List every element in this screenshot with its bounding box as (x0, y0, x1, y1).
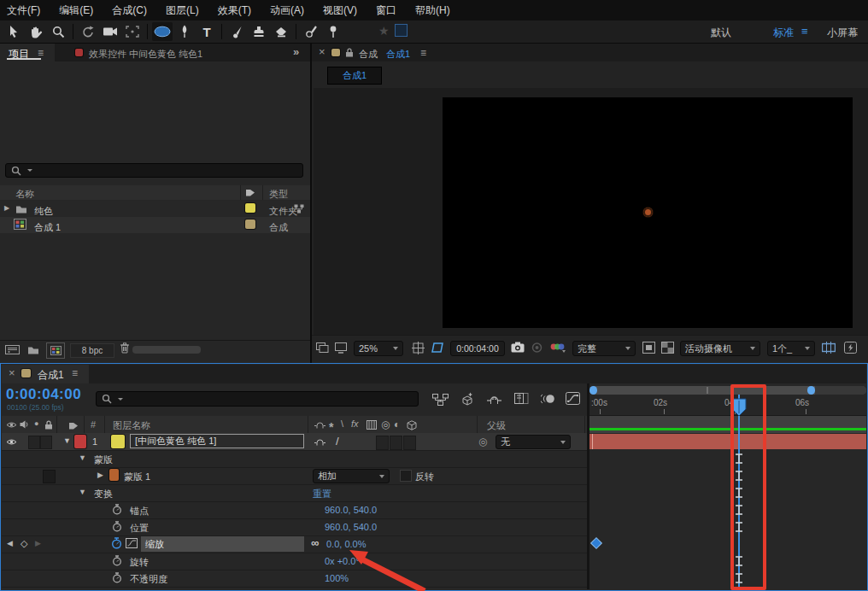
camera-tool-button[interactable] (100, 22, 120, 41)
new-folder-icon[interactable] (27, 345, 39, 354)
rotation-value[interactable]: 0x +0.0° (325, 556, 360, 566)
workspace-menu-icon[interactable]: ≡ (801, 26, 808, 37)
snapshot-icon[interactable] (511, 342, 525, 353)
workspace-default-button[interactable]: 默认 (701, 26, 742, 40)
project-item-name[interactable]: 纯色 (34, 205, 53, 218)
comp-panel-title[interactable]: 合成 (359, 48, 378, 61)
menu-item-edit[interactable]: 编辑(E) (59, 3, 93, 18)
clone-stamp-tool-button[interactable] (249, 22, 269, 41)
layer-in-point[interactable] (592, 434, 593, 449)
delete-icon[interactable] (120, 342, 130, 354)
rotate-tool-button[interactable] (78, 22, 98, 41)
mask-mode-select[interactable]: 相加 (313, 469, 390, 483)
shy-switch-header-icon[interactable] (314, 422, 326, 429)
pixel-aspect-icon[interactable] (822, 342, 836, 354)
frame-blend-icon[interactable] (514, 393, 529, 404)
navigator-handle-left[interactable] (589, 386, 597, 395)
timeline-tab-label[interactable]: 合成1 (38, 368, 64, 383)
workspace-standard-button[interactable]: 标准 (765, 26, 801, 40)
magnification-select[interactable]: 25% (354, 341, 403, 356)
layer-color-swatch[interactable] (111, 435, 125, 448)
mask-color-chip[interactable] (109, 469, 119, 481)
comp-name[interactable]: 合成1 (386, 48, 410, 61)
current-time-display[interactable]: 0:00:04:00 (6, 386, 81, 403)
column-divider[interactable] (584, 416, 585, 433)
comp-viewer-tab[interactable]: 合成1 (327, 67, 382, 85)
menu-item-animation[interactable]: 动画(A) (270, 3, 304, 18)
opacity-value[interactable]: 100% (325, 573, 349, 583)
zoom-tool-button[interactable] (48, 22, 68, 41)
audio-column-icon[interactable] (20, 420, 29, 429)
menu-item-window[interactable]: 窗口 (376, 3, 396, 18)
position-name[interactable]: 位置 (130, 522, 149, 535)
layer-audio-cell[interactable] (28, 436, 40, 449)
always-preview-icon[interactable] (316, 342, 329, 354)
comp-shape-dot[interactable] (643, 208, 653, 217)
project-item-name[interactable]: 合成 1 (34, 221, 61, 234)
masks-group-label[interactable]: 蒙版 (94, 453, 113, 466)
column-divider[interactable] (308, 416, 308, 433)
grid-snap-icon[interactable] (395, 24, 408, 37)
layer-name-field[interactable]: [中间色黄色 纯色 1] (130, 434, 304, 448)
viewer-timecode[interactable]: 0:00:04:00 (450, 341, 505, 356)
pen-tool-button[interactable] (174, 22, 195, 41)
column-divider[interactable] (56, 416, 57, 433)
layer-shy-toggle[interactable] (314, 439, 326, 446)
new-composition-icon[interactable] (46, 342, 65, 359)
anchor-value[interactable]: 960.0, 540.0 (325, 505, 377, 515)
comp-tab-close-icon[interactable]: × (319, 46, 326, 57)
video-column-icon[interactable] (6, 421, 17, 429)
puppet-pin-tool-button[interactable] (323, 22, 343, 41)
motion-blur-icon[interactable] (541, 394, 555, 404)
grid-guides-icon[interactable] (412, 342, 425, 354)
project-item-label-chip[interactable] (245, 219, 255, 229)
interpret-footage-icon[interactable] (5, 345, 20, 354)
layer-switch-cell[interactable] (390, 436, 402, 450)
comp-flowchart-icon[interactable] (432, 394, 449, 406)
transparency-grid-icon[interactable] (661, 342, 674, 354)
mask-enable-cell[interactable] (43, 470, 56, 483)
collapse-switch-header-icon[interactable]: * (329, 421, 333, 433)
index-column-header[interactable]: # (91, 419, 96, 430)
exposure-icon[interactable] (844, 342, 857, 354)
parent-select[interactable]: 无 (496, 435, 571, 449)
timeline-tab-close-icon[interactable]: × (9, 367, 15, 378)
rotation-stopwatch-icon[interactable] (112, 555, 122, 566)
mask-toggle-icon[interactable] (642, 342, 655, 354)
layer-switch-cell[interactable] (403, 436, 416, 450)
view-camera-select[interactable]: 活动摄像机 (680, 341, 760, 356)
column-header-name[interactable]: 名称 (15, 188, 34, 201)
keyframe-next-button[interactable]: ▶ (35, 540, 41, 547)
opacity-name[interactable]: 不透明度 (130, 573, 167, 586)
scale-link-icon[interactable]: ∞ (311, 537, 319, 548)
resolution-select[interactable]: 完整 (572, 341, 636, 356)
selection-tool-button[interactable] (3, 22, 24, 41)
search-options-chevron[interactable] (118, 398, 123, 401)
draft-3d-icon[interactable] (460, 392, 474, 406)
position-stopwatch-icon[interactable] (112, 521, 122, 532)
search-options-chevron[interactable] (27, 169, 32, 172)
bpc-button[interactable]: 8 bpc (70, 343, 114, 358)
scale-graph-icon[interactable] (126, 538, 138, 548)
menu-item-effect[interactable]: 效果(T) (218, 3, 251, 18)
roi-icon[interactable] (431, 342, 444, 354)
column-header-type[interactable]: 类型 (269, 188, 288, 201)
view-count-select[interactable]: 1个_ (767, 341, 815, 356)
layer-switch-cell[interactable] (376, 436, 389, 450)
layer-duration-bar[interactable] (589, 434, 866, 449)
layer-visibility-toggle[interactable] (6, 438, 17, 446)
hand-tool-button[interactable] (26, 22, 46, 41)
rotation-name[interactable]: 旋转 (130, 556, 149, 569)
project-item-label-chip[interactable] (245, 203, 255, 213)
folder-expander-icon[interactable]: ▶ (4, 205, 9, 212)
opacity-stopwatch-icon[interactable] (112, 572, 122, 583)
tab-effect-controls[interactable]: 效果控件 中间色黄色 纯色1 (89, 48, 202, 61)
project-horizontal-scrollbar[interactable] (132, 346, 201, 354)
eraser-tool-button[interactable] (271, 22, 291, 41)
label-column-icon[interactable] (245, 188, 255, 197)
panel-overflow-icon[interactable]: » (293, 46, 299, 57)
graph-editor-icon[interactable] (566, 392, 580, 405)
column-divider[interactable] (262, 185, 263, 200)
scale-name-cell-selected[interactable]: 缩放 (141, 536, 304, 552)
navigator-handle-right[interactable] (807, 386, 815, 395)
